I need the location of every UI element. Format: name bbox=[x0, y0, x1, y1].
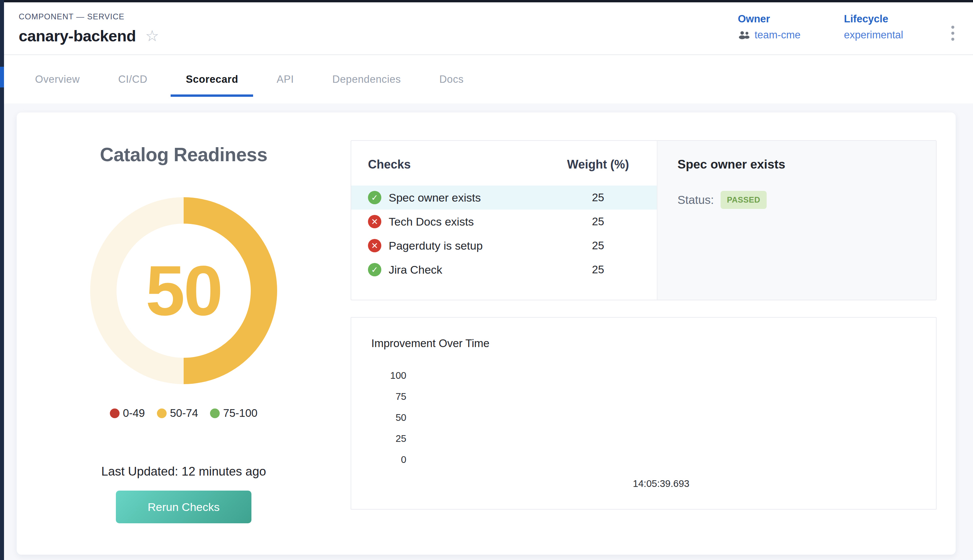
favorite-star-icon[interactable]: ☆ bbox=[145, 28, 159, 43]
legend-dot-red bbox=[110, 408, 120, 418]
check-name: Jira Check bbox=[389, 263, 442, 276]
check-passed-icon: ✓ bbox=[368, 191, 381, 204]
entity-kind-label: COMPONENT — SERVICE bbox=[19, 12, 159, 22]
check-failed-icon: ✕ bbox=[368, 239, 381, 252]
y-tick: 0 bbox=[371, 449, 406, 470]
status-label: Status: bbox=[678, 193, 714, 207]
chart-plot-area bbox=[406, 365, 916, 470]
legend-dot-green bbox=[210, 408, 220, 418]
check-weight: 25 bbox=[558, 191, 638, 204]
tab-dependencies[interactable]: Dependencies bbox=[317, 55, 416, 103]
tab-docs[interactable]: Docs bbox=[424, 55, 479, 103]
check-name: Tech Docs exists bbox=[389, 215, 474, 228]
chart-title: Improvement Over Time bbox=[371, 337, 916, 350]
improvement-chart-panel: Improvement Over Time 100 75 50 25 0 14:… bbox=[350, 317, 936, 510]
scorecard-card: Catalog Readiness 50 0-49 50-74 75-100 L… bbox=[17, 112, 956, 555]
lifecycle-value: experimental bbox=[844, 29, 903, 41]
checks-table-header: Checks Weight (%) bbox=[351, 158, 657, 172]
page-title: canary-backend bbox=[19, 27, 136, 45]
gauge-legend: 0-49 50-74 75-100 bbox=[110, 407, 257, 420]
check-failed-icon: ✕ bbox=[368, 215, 381, 228]
checks-table: Checks Weight (%) ✓ Spec owner exists 25… bbox=[351, 141, 657, 300]
check-name: Spec owner exists bbox=[389, 191, 481, 204]
owner-label: Owner bbox=[738, 13, 801, 25]
y-tick: 100 bbox=[371, 365, 406, 386]
table-row[interactable]: ✓ Spec owner exists 25 bbox=[351, 185, 657, 210]
check-name: Pagerduty is setup bbox=[389, 239, 483, 252]
legend-item-high: 75-100 bbox=[210, 407, 257, 420]
table-row[interactable]: ✓ Jira Check 25 bbox=[351, 258, 657, 282]
tab-overview[interactable]: Overview bbox=[20, 55, 95, 103]
entity-heading-block: COMPONENT — SERVICE canary-backend ☆ bbox=[19, 12, 159, 45]
weight-column-header: Weight (%) bbox=[558, 158, 638, 172]
checks-column-header: Checks bbox=[368, 158, 558, 172]
score-value: 50 bbox=[145, 250, 222, 332]
sidebar-active-indicator bbox=[0, 67, 4, 87]
last-updated-text: Last Updated: 12 minutes ago bbox=[101, 465, 266, 478]
legend-item-mid: 50-74 bbox=[157, 407, 198, 420]
chart-x-tick: 14:05:39.693 bbox=[406, 478, 916, 489]
chart-y-axis: 100 75 50 25 0 bbox=[371, 365, 406, 470]
lifecycle-block: Lifecycle experimental bbox=[844, 13, 903, 41]
y-tick: 75 bbox=[371, 386, 406, 407]
check-passed-icon: ✓ bbox=[368, 263, 381, 276]
owner-block: Owner team-cme bbox=[738, 13, 801, 41]
kebab-menu-icon[interactable] bbox=[946, 22, 959, 44]
legend-dot-amber bbox=[157, 408, 167, 418]
checks-panel: Checks Weight (%) ✓ Spec owner exists 25… bbox=[350, 140, 936, 300]
check-weight: 25 bbox=[558, 263, 638, 276]
table-row[interactable]: ✕ Pagerduty is setup 25 bbox=[351, 233, 657, 258]
owner-link[interactable]: team-cme bbox=[754, 29, 801, 41]
collapsed-sidebar-rail bbox=[0, 0, 4, 560]
gauge-title: Catalog Readiness bbox=[100, 143, 267, 165]
check-detail-title: Spec owner exists bbox=[678, 158, 916, 172]
tab-cicd[interactable]: CI/CD bbox=[103, 55, 162, 103]
entity-header: COMPONENT — SERVICE canary-backend ☆ Own… bbox=[4, 2, 973, 55]
lifecycle-label: Lifecycle bbox=[844, 13, 903, 25]
legend-item-low: 0-49 bbox=[110, 407, 145, 420]
tab-scorecard[interactable]: Scorecard bbox=[170, 55, 253, 103]
status-badge: PASSED bbox=[721, 191, 767, 209]
entity-tabs: Overview CI/CD Scorecard API Dependencie… bbox=[4, 55, 973, 103]
checks-section: Checks Weight (%) ✓ Spec owner exists 25… bbox=[350, 112, 956, 555]
tab-api[interactable]: API bbox=[262, 55, 309, 103]
score-donut-gauge: 50 bbox=[90, 197, 277, 384]
group-icon bbox=[738, 31, 751, 39]
check-detail-panel: Spec owner exists Status: PASSED bbox=[657, 141, 936, 300]
rerun-checks-button[interactable]: Rerun Checks bbox=[116, 491, 252, 523]
check-weight: 25 bbox=[558, 239, 638, 252]
check-weight: 25 bbox=[558, 215, 638, 228]
gauge-section: Catalog Readiness 50 0-49 50-74 75-100 L… bbox=[17, 112, 350, 555]
table-row[interactable]: ✕ Tech Docs exists 25 bbox=[351, 210, 657, 233]
y-tick: 50 bbox=[371, 407, 406, 428]
y-tick: 25 bbox=[371, 428, 406, 449]
window-top-border bbox=[0, 0, 973, 2]
